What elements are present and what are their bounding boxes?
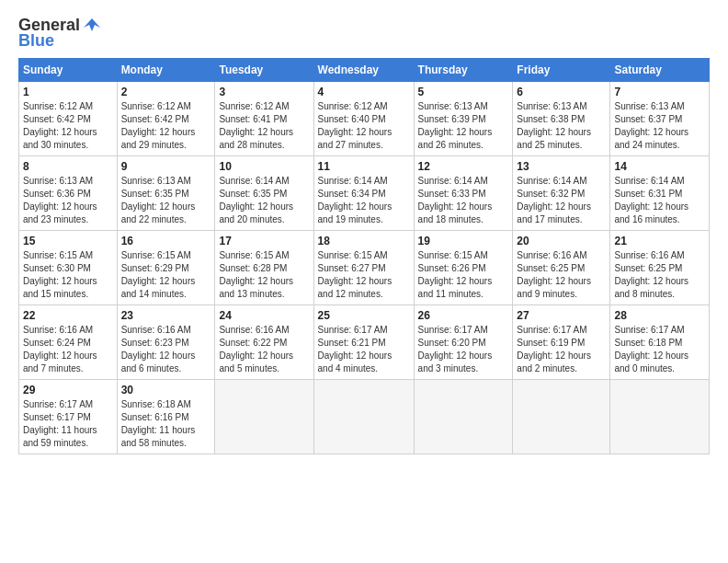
calendar-cell: 29Sunrise: 6:17 AMSunset: 6:17 PMDayligh… — [19, 380, 118, 454]
calendar-cell — [414, 380, 513, 454]
day-number: 13 — [517, 160, 606, 173]
weekday-header-monday: Monday — [117, 59, 215, 82]
header: General Blue — [18, 15, 710, 51]
weekday-header-friday: Friday — [513, 59, 610, 82]
day-detail: Sunrise: 6:18 AMSunset: 6:16 PMDaylight:… — [121, 398, 211, 450]
day-detail: Sunrise: 6:14 AMSunset: 6:34 PMDaylight:… — [318, 175, 410, 226]
day-number: 16 — [121, 235, 211, 247]
day-detail: Sunrise: 6:14 AMSunset: 6:31 PMDaylight:… — [614, 175, 705, 226]
day-detail: Sunrise: 6:12 AMSunset: 6:41 PMDaylight:… — [219, 100, 309, 152]
day-detail: Sunrise: 6:14 AMSunset: 6:33 PMDaylight:… — [418, 175, 509, 226]
day-number: 4 — [318, 86, 410, 98]
day-detail: Sunrise: 6:15 AMSunset: 6:27 PMDaylight:… — [318, 249, 410, 301]
calendar-cell: 10Sunrise: 6:14 AMSunset: 6:35 PMDayligh… — [215, 156, 313, 231]
day-number: 28 — [614, 309, 705, 322]
day-detail: Sunrise: 6:17 AMSunset: 6:18 PMDaylight:… — [614, 324, 705, 375]
svg-marker-0 — [84, 18, 100, 31]
day-number: 5 — [418, 86, 509, 98]
calendar-cell: 1Sunrise: 6:12 AMSunset: 6:42 PMDaylight… — [19, 82, 118, 156]
weekday-header-tuesday: Tuesday — [215, 59, 313, 82]
calendar-cell: 30Sunrise: 6:18 AMSunset: 6:16 PMDayligh… — [117, 380, 215, 454]
day-detail: Sunrise: 6:16 AMSunset: 6:23 PMDaylight:… — [121, 324, 211, 375]
weekday-header-wednesday: Wednesday — [313, 59, 414, 82]
calendar-cell: 28Sunrise: 6:17 AMSunset: 6:18 PMDayligh… — [610, 305, 710, 380]
day-detail: Sunrise: 6:16 AMSunset: 6:24 PMDaylight:… — [23, 324, 113, 375]
calendar-cell — [610, 380, 710, 454]
weekday-header-sunday: Sunday — [19, 59, 118, 82]
day-number: 27 — [517, 309, 606, 322]
day-detail: Sunrise: 6:13 AMSunset: 6:39 PMDaylight:… — [418, 100, 509, 152]
day-detail: Sunrise: 6:12 AMSunset: 6:42 PMDaylight:… — [121, 100, 211, 152]
day-number: 26 — [418, 309, 509, 322]
calendar-week-row: 29Sunrise: 6:17 AMSunset: 6:17 PMDayligh… — [19, 380, 710, 454]
day-detail: Sunrise: 6:17 AMSunset: 6:17 PMDaylight:… — [23, 398, 113, 450]
calendar-cell: 23Sunrise: 6:16 AMSunset: 6:23 PMDayligh… — [117, 305, 215, 380]
day-number: 30 — [121, 384, 211, 396]
day-detail: Sunrise: 6:12 AMSunset: 6:42 PMDaylight:… — [23, 100, 113, 152]
logo: General Blue — [18, 15, 102, 51]
calendar-cell: 8Sunrise: 6:13 AMSunset: 6:36 PMDaylight… — [19, 156, 118, 231]
day-number: 21 — [614, 235, 705, 247]
day-detail: Sunrise: 6:16 AMSunset: 6:25 PMDaylight:… — [517, 249, 606, 301]
day-detail: Sunrise: 6:17 AMSunset: 6:21 PMDaylight:… — [318, 324, 410, 375]
day-number: 22 — [23, 309, 113, 322]
day-number: 1 — [23, 86, 113, 98]
day-number: 14 — [614, 160, 705, 173]
calendar-cell: 24Sunrise: 6:16 AMSunset: 6:22 PMDayligh… — [215, 305, 313, 380]
day-number: 17 — [219, 235, 309, 247]
calendar-cell — [513, 380, 610, 454]
day-detail: Sunrise: 6:13 AMSunset: 6:35 PMDaylight:… — [121, 175, 211, 226]
calendar-cell: 15Sunrise: 6:15 AMSunset: 6:30 PMDayligh… — [19, 231, 118, 305]
day-detail: Sunrise: 6:13 AMSunset: 6:38 PMDaylight:… — [517, 100, 606, 152]
day-number: 9 — [121, 160, 211, 173]
day-number: 3 — [219, 86, 309, 98]
day-detail: Sunrise: 6:14 AMSunset: 6:35 PMDaylight:… — [219, 175, 309, 226]
calendar-cell — [215, 380, 313, 454]
page: General Blue SundayMondayTuesdayWednesda… — [0, 0, 728, 563]
logo-bird-icon — [82, 15, 102, 35]
calendar-cell: 14Sunrise: 6:14 AMSunset: 6:31 PMDayligh… — [610, 156, 710, 231]
calendar-cell: 25Sunrise: 6:17 AMSunset: 6:21 PMDayligh… — [313, 305, 414, 380]
calendar-cell: 18Sunrise: 6:15 AMSunset: 6:27 PMDayligh… — [313, 231, 414, 305]
calendar-cell: 9Sunrise: 6:13 AMSunset: 6:35 PMDaylight… — [117, 156, 215, 231]
calendar-cell: 6Sunrise: 6:13 AMSunset: 6:38 PMDaylight… — [513, 82, 610, 156]
calendar-cell: 20Sunrise: 6:16 AMSunset: 6:25 PMDayligh… — [513, 231, 610, 305]
day-detail: Sunrise: 6:17 AMSunset: 6:20 PMDaylight:… — [418, 324, 509, 375]
calendar-cell — [313, 380, 414, 454]
day-detail: Sunrise: 6:12 AMSunset: 6:40 PMDaylight:… — [318, 100, 410, 152]
day-detail: Sunrise: 6:14 AMSunset: 6:32 PMDaylight:… — [517, 175, 606, 226]
calendar-cell: 19Sunrise: 6:15 AMSunset: 6:26 PMDayligh… — [414, 231, 513, 305]
day-detail: Sunrise: 6:17 AMSunset: 6:19 PMDaylight:… — [517, 324, 606, 375]
calendar-cell: 5Sunrise: 6:13 AMSunset: 6:39 PMDaylight… — [414, 82, 513, 156]
calendar-cell: 4Sunrise: 6:12 AMSunset: 6:40 PMDaylight… — [313, 82, 414, 156]
calendar-cell: 13Sunrise: 6:14 AMSunset: 6:32 PMDayligh… — [513, 156, 610, 231]
day-detail: Sunrise: 6:13 AMSunset: 6:37 PMDaylight:… — [614, 100, 705, 152]
calendar-cell: 22Sunrise: 6:16 AMSunset: 6:24 PMDayligh… — [19, 305, 118, 380]
calendar-cell: 27Sunrise: 6:17 AMSunset: 6:19 PMDayligh… — [513, 305, 610, 380]
day-detail: Sunrise: 6:16 AMSunset: 6:25 PMDaylight:… — [614, 249, 705, 301]
day-detail: Sunrise: 6:16 AMSunset: 6:22 PMDaylight:… — [219, 324, 309, 375]
calendar-cell: 11Sunrise: 6:14 AMSunset: 6:34 PMDayligh… — [313, 156, 414, 231]
day-number: 20 — [517, 235, 606, 247]
day-number: 18 — [318, 235, 410, 247]
day-detail: Sunrise: 6:15 AMSunset: 6:26 PMDaylight:… — [418, 249, 509, 301]
calendar-cell: 26Sunrise: 6:17 AMSunset: 6:20 PMDayligh… — [414, 305, 513, 380]
weekday-header-saturday: Saturday — [610, 59, 710, 82]
calendar-table: SundayMondayTuesdayWednesdayThursdayFrid… — [18, 58, 710, 454]
day-number: 19 — [418, 235, 509, 247]
calendar-cell: 2Sunrise: 6:12 AMSunset: 6:42 PMDaylight… — [117, 82, 215, 156]
calendar-cell: 21Sunrise: 6:16 AMSunset: 6:25 PMDayligh… — [610, 231, 710, 305]
day-number: 29 — [23, 384, 113, 396]
day-number: 15 — [23, 235, 113, 247]
calendar-cell: 7Sunrise: 6:13 AMSunset: 6:37 PMDaylight… — [610, 82, 710, 156]
calendar-header-row: SundayMondayTuesdayWednesdayThursdayFrid… — [19, 59, 710, 82]
day-detail: Sunrise: 6:13 AMSunset: 6:36 PMDaylight:… — [23, 175, 113, 226]
day-detail: Sunrise: 6:15 AMSunset: 6:28 PMDaylight:… — [219, 249, 309, 301]
logo-blue-text: Blue — [18, 31, 54, 51]
calendar-week-row: 22Sunrise: 6:16 AMSunset: 6:24 PMDayligh… — [19, 305, 710, 380]
day-detail: Sunrise: 6:15 AMSunset: 6:30 PMDaylight:… — [23, 249, 113, 301]
day-number: 10 — [219, 160, 309, 173]
weekday-header-thursday: Thursday — [414, 59, 513, 82]
day-number: 23 — [121, 309, 211, 322]
day-number: 7 — [614, 86, 705, 98]
